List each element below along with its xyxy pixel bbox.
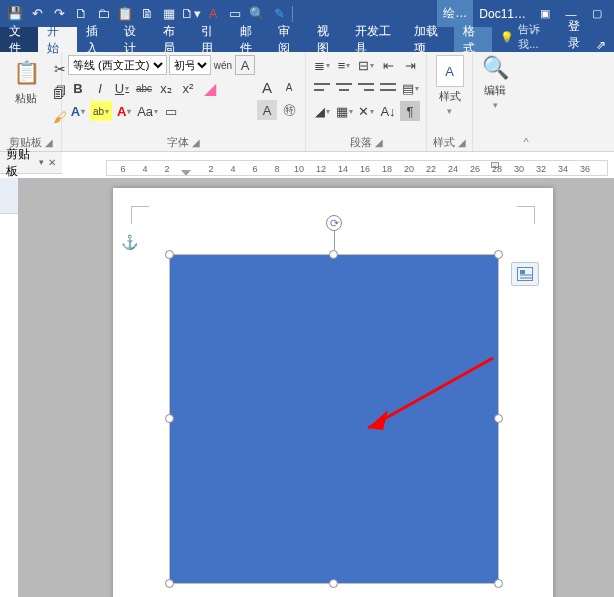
font-label: 字体: [167, 135, 189, 150]
tab-insert[interactable]: 插入: [77, 27, 115, 52]
group-styles: A 样式 ▾ 样式◢: [427, 52, 473, 151]
rotation-handle[interactable]: ⟳: [326, 215, 342, 231]
new-icon[interactable]: 🗋: [70, 3, 92, 25]
collapse-ribbon-button[interactable]: ^: [517, 52, 535, 151]
align-center-button[interactable]: [334, 78, 354, 98]
text-effects-button[interactable]: A: [68, 101, 88, 121]
document-title: Doc11…: [473, 7, 532, 21]
redo-icon[interactable]: ↷: [48, 3, 70, 25]
sort-button[interactable]: A↓: [378, 101, 398, 121]
font-color-button[interactable]: A: [114, 101, 134, 121]
borders-button[interactable]: ▦: [334, 101, 354, 121]
strikethrough-button[interactable]: abc: [134, 78, 154, 98]
undo-icon[interactable]: ↶: [26, 3, 48, 25]
align-right-button[interactable]: [356, 78, 376, 98]
group-editing: 🔍 编辑 ▾: [473, 52, 517, 151]
distributed-button[interactable]: ▤: [400, 78, 420, 98]
group-paragraph: ≣ ≡ ⊟ ⇤ ⇥ ▤ ◢ ▦ ✕ A↓: [306, 52, 427, 151]
tab-references[interactable]: 引用: [192, 27, 230, 52]
quickparts-icon[interactable]: 🗋▾: [180, 3, 202, 25]
char-border-button[interactable]: A: [235, 55, 255, 75]
tell-me[interactable]: 💡告诉我...: [492, 22, 559, 52]
underline-button[interactable]: U: [112, 78, 132, 98]
tab-format[interactable]: 格式: [454, 27, 492, 52]
pane-dropdown-icon[interactable]: ▾: [39, 157, 44, 168]
shading-button[interactable]: ◢: [312, 101, 332, 121]
tab-developer[interactable]: 开发工具: [346, 27, 405, 52]
fontcolor-icon[interactable]: A: [202, 3, 224, 25]
readmode-button[interactable]: ▣: [532, 7, 558, 20]
encircle-button[interactable]: ㊕: [279, 100, 299, 120]
margin-corner-tr: [517, 206, 535, 224]
layout-options-button[interactable]: [511, 262, 539, 286]
shape-icon[interactable]: ▭: [224, 3, 246, 25]
ribbon: 📋 粘贴 ✂ 🗐 🖌 剪贴板◢ 等线 (西文正文) 初号 wén A B: [0, 52, 614, 152]
export-icon[interactable]: 🗎: [136, 3, 158, 25]
styles-label: 样式: [433, 135, 455, 150]
subscript-button[interactable]: x₂: [156, 78, 176, 98]
tab-file[interactable]: 文件: [0, 27, 38, 52]
clipboard-pane-header: 剪贴板 ▾ ✕: [0, 152, 62, 174]
shrink-font-button[interactable]: A: [279, 77, 299, 97]
tab-design[interactable]: 设计: [115, 27, 153, 52]
open-icon[interactable]: 🗀: [92, 3, 114, 25]
save-icon[interactable]: 💾: [4, 3, 26, 25]
tab-review[interactable]: 审阅: [269, 27, 307, 52]
sign-in[interactable]: 登录: [560, 18, 596, 52]
tab-view[interactable]: 视图: [308, 27, 346, 52]
tab-layout[interactable]: 布局: [154, 27, 192, 52]
char-spacing-button[interactable]: ▭: [161, 101, 181, 121]
grow-font-button[interactable]: A: [257, 77, 277, 97]
font-launcher[interactable]: ◢: [192, 137, 200, 148]
paragraph-launcher[interactable]: ◢: [375, 137, 383, 148]
find-icon[interactable]: 🔍: [246, 3, 268, 25]
tab-mailings[interactable]: 邮件: [231, 27, 269, 52]
rectangle-shape[interactable]: [169, 254, 499, 584]
font-name-select[interactable]: 等线 (西文正文): [68, 55, 167, 75]
pane-close-icon[interactable]: ✕: [48, 157, 56, 168]
superscript-button[interactable]: x²: [178, 78, 198, 98]
paste-button[interactable]: 📋 粘贴: [6, 55, 46, 108]
ribbon-tabs: 文件 开始 插入 设计 布局 引用 邮件 审阅 视图 开发工具 加载项 格式 💡…: [0, 27, 614, 52]
group-clipboard: 📋 粘贴 ✂ 🗐 🖌 剪贴板◢: [0, 52, 62, 151]
paste-icon: 📋: [10, 57, 42, 89]
paragraph-label: 段落: [350, 135, 372, 150]
inc-indent-button[interactable]: ⇥: [400, 55, 420, 75]
justify-button[interactable]: [378, 78, 398, 98]
dec-indent-button[interactable]: ⇤: [378, 55, 398, 75]
bold-button[interactable]: B: [68, 78, 88, 98]
document-canvas[interactable]: ⚓ ⟳: [18, 178, 614, 597]
tab-home[interactable]: 开始: [38, 27, 76, 52]
multilevel-button[interactable]: ⊟: [356, 55, 376, 75]
styles-button[interactable]: A 样式 ▾: [436, 55, 464, 116]
clear-format-button[interactable]: ◢: [200, 78, 220, 98]
clipboard-launcher[interactable]: ◢: [45, 137, 53, 148]
editing-button[interactable]: 🔍 编辑 ▾: [482, 55, 509, 110]
align-left-button[interactable]: [312, 78, 332, 98]
italic-button[interactable]: I: [90, 78, 110, 98]
clipboard-pane-label: 剪贴板: [6, 146, 39, 180]
tab-addins[interactable]: 加载项: [405, 27, 454, 52]
copyformat-icon[interactable]: 📋: [114, 3, 136, 25]
qat-separator: [292, 6, 293, 22]
horizontal-ruler[interactable]: 6 4 2 2 4 6 8 10 12 14 16 18 20 22 24 26…: [106, 160, 608, 176]
numbering-button[interactable]: ≡: [334, 55, 354, 75]
highlight-button[interactable]: ab: [90, 101, 112, 121]
bullets-button[interactable]: ≣: [312, 55, 332, 75]
inserttable-icon[interactable]: ▦: [158, 3, 180, 25]
margin-corner-tl: [131, 206, 149, 224]
page[interactable]: ⚓ ⟳: [113, 188, 553, 597]
style-sample-icon: A: [436, 55, 464, 87]
char-shading-button[interactable]: A: [257, 100, 277, 120]
bulb-icon: 💡: [500, 31, 514, 44]
phonetic-guide-button[interactable]: wén: [213, 55, 233, 75]
font-size-select[interactable]: 初号: [169, 55, 211, 75]
show-marks-button[interactable]: ¶: [400, 101, 420, 121]
change-case-button[interactable]: Aa: [136, 101, 159, 121]
first-line-indent-marker[interactable]: [181, 170, 191, 176]
anchor-icon[interactable]: ⚓: [121, 234, 138, 250]
highlight-icon[interactable]: ✎: [268, 3, 290, 25]
share-icon[interactable]: ⇗: [596, 38, 614, 52]
styles-launcher[interactable]: ◢: [458, 137, 466, 148]
line-spacing-button[interactable]: ✕: [356, 101, 376, 121]
